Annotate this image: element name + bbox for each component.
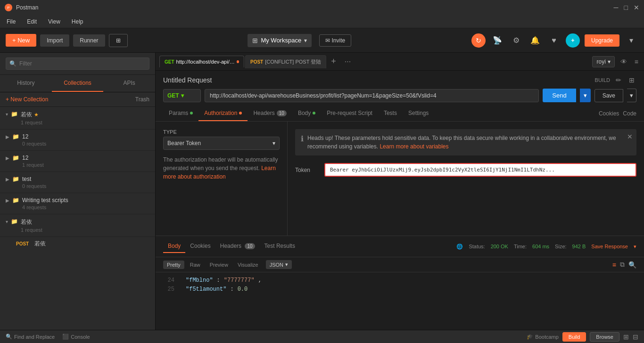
menu-help[interactable]: Help: [70, 17, 85, 26]
collection-item[interactable]: ▶ 📁 12 0 requests: [0, 130, 155, 151]
folder-icon: 📁: [12, 133, 19, 140]
search-input[interactable]: [6, 57, 149, 70]
console-button[interactable]: ⬛ Console: [62, 334, 90, 340]
folder-icon: 📁: [11, 218, 18, 225]
line-num: 25: [163, 285, 174, 294]
wrap-icon-button[interactable]: ≡: [612, 261, 616, 269]
collection-item[interactable]: ▾ 📁 若依 1 request: [0, 214, 155, 237]
runner-button[interactable]: Runner: [73, 34, 105, 47]
collection-meta: 1 request: [22, 162, 149, 168]
tab-conflict-label: [CONFLICT] POST 登陆: [265, 58, 321, 65]
heart-icon-button[interactable]: ♥: [547, 33, 561, 48]
env-selector[interactable]: royi ▾: [592, 56, 614, 67]
upgrade-chevron-icon[interactable]: ▾: [624, 33, 638, 48]
find-replace-button[interactable]: 🔍 Find and Replace: [6, 334, 55, 340]
subtab-body[interactable]: Body: [292, 106, 321, 121]
send-dropdown-button[interactable]: ▾: [580, 89, 591, 102]
settings-icon-button[interactable]: ⚙: [509, 33, 523, 48]
subtab-prerequest[interactable]: Pre-request Script: [321, 106, 378, 121]
edit-icon-button[interactable]: ✏: [614, 75, 623, 85]
body-dot: [313, 112, 315, 114]
menu-view[interactable]: View: [46, 17, 62, 26]
menu-file[interactable]: File: [5, 17, 17, 26]
save-button[interactable]: Save: [594, 89, 623, 102]
response-tab-test-results[interactable]: Test Results: [260, 240, 300, 253]
add-tab-button[interactable]: +: [327, 57, 340, 66]
tab-post-conflict[interactable]: POST [CONFLICT] POST 登陆: [245, 55, 326, 68]
sidebar: 🔍 History Collections APIs + New Collect…: [0, 53, 156, 330]
response-tab-body[interactable]: Body: [163, 240, 185, 253]
tab-get-request[interactable]: GET http://localhost/dev-api/wareh...: [159, 56, 244, 67]
request-title: Untitled Request: [163, 76, 212, 84]
tab-collections[interactable]: Collections: [52, 75, 104, 92]
trash-button[interactable]: Trash: [135, 96, 149, 103]
subtab-settings[interactable]: Settings: [403, 106, 434, 121]
response-tab-headers[interactable]: Headers 10: [215, 240, 260, 253]
close-button[interactable]: ✕: [634, 4, 639, 11]
collection-item[interactable]: ▶ 📁 test 0 requests: [0, 172, 155, 193]
auth-type-select[interactable]: Bearer Token ▾: [163, 137, 280, 150]
sidebar-list: ▾ 📁 若依 ★ 1 request ▶ 📁 12 0 requests: [0, 107, 155, 330]
format-pretty[interactable]: Pretty: [163, 261, 184, 269]
view-toggle-button[interactable]: ⊞: [109, 34, 128, 47]
method-select[interactable]: GET ▾: [163, 89, 201, 102]
build-mode-button[interactable]: Build: [562, 332, 586, 342]
copy-icon-button[interactable]: ⧉: [620, 261, 625, 269]
save-response-button[interactable]: Save Response: [591, 244, 628, 249]
time-value: 604 ms: [532, 244, 549, 249]
code-link[interactable]: Code: [623, 110, 636, 117]
cookies-link[interactable]: Cookies: [599, 110, 619, 117]
tab-apis[interactable]: APIs: [103, 75, 155, 92]
maximize-button[interactable]: □: [624, 4, 628, 11]
menu-edit[interactable]: Edit: [25, 17, 39, 26]
response-tabs: Body Cookies Headers 10 Test Results: [163, 240, 300, 253]
collection-meta: 0 requests: [22, 141, 149, 147]
url-input[interactable]: [205, 89, 539, 102]
title-bar-controls: ─ □ ✕: [614, 4, 639, 11]
send-button[interactable]: Send: [543, 89, 576, 102]
env-chevron-icon: ▾: [608, 58, 611, 65]
preview-icon-button[interactable]: 👁: [619, 57, 629, 66]
collection-item[interactable]: ▶ 📁 Writing test scripts 4 requests: [0, 193, 155, 214]
collection-info: 12 1 request: [22, 155, 149, 168]
response-tab-cookies[interactable]: Cookies: [185, 240, 215, 253]
browse-mode-button[interactable]: Browse: [590, 332, 619, 342]
radio-tower-icon-button[interactable]: 📡: [490, 33, 504, 48]
tab-history[interactable]: History: [0, 75, 52, 92]
format-type-select[interactable]: JSON ▾: [266, 260, 292, 269]
search-response-button[interactable]: 🔍: [628, 261, 636, 269]
format-preview[interactable]: Preview: [206, 261, 232, 269]
invite-button[interactable]: ✉ Invite: [319, 34, 351, 47]
collection-name: 12: [22, 155, 149, 161]
save-dropdown-button[interactable]: ▾: [627, 89, 636, 102]
token-input[interactable]: [324, 163, 636, 177]
collection-item[interactable]: ▾ 📁 若依 ★ 1 request: [0, 107, 155, 130]
minimize-button[interactable]: ─: [614, 4, 619, 11]
expand-icon: ▾: [6, 112, 8, 117]
more-tabs-button[interactable]: ···: [341, 57, 355, 66]
collection-name: test: [22, 176, 149, 182]
collection-item[interactable]: ▶ 📁 12 1 request: [0, 151, 155, 172]
subtab-params[interactable]: Params: [163, 106, 198, 121]
new-collection-button[interactable]: + New Collection: [6, 96, 48, 103]
format-raw[interactable]: Raw: [186, 261, 204, 269]
upgrade-button[interactable]: Upgrade: [585, 34, 619, 47]
import-button[interactable]: Import: [40, 34, 69, 47]
layout-icon-button[interactable]: ⊞: [627, 75, 636, 85]
subtab-authorization[interactable]: Authorization: [198, 106, 248, 121]
settings-panel-icon-button[interactable]: ≡: [633, 57, 640, 66]
warning-close-button[interactable]: ✕: [627, 133, 633, 140]
subtab-headers[interactable]: Headers 10: [248, 106, 292, 121]
notifications-icon-button[interactable]: 🔔: [528, 33, 542, 48]
new-button[interactable]: + New: [6, 34, 36, 47]
sidebar-post-item[interactable]: POST 若依: [0, 237, 155, 251]
user-avatar[interactable]: +: [566, 33, 580, 48]
workspace-selector[interactable]: ⊞ My Workspace ▾: [248, 34, 312, 47]
bootcamp-button[interactable]: 🎓 Bootcamp: [527, 334, 559, 340]
sync-button[interactable]: ↻: [471, 33, 486, 48]
warning-banner: ℹ Heads up! These parameters hold sensit…: [295, 129, 636, 155]
format-visualize[interactable]: Visualize: [234, 261, 262, 269]
subtab-tests[interactable]: Tests: [378, 106, 403, 121]
learn-vars-link[interactable]: Learn more about variables: [380, 143, 448, 150]
workspace-icon: ⊞: [252, 37, 258, 44]
